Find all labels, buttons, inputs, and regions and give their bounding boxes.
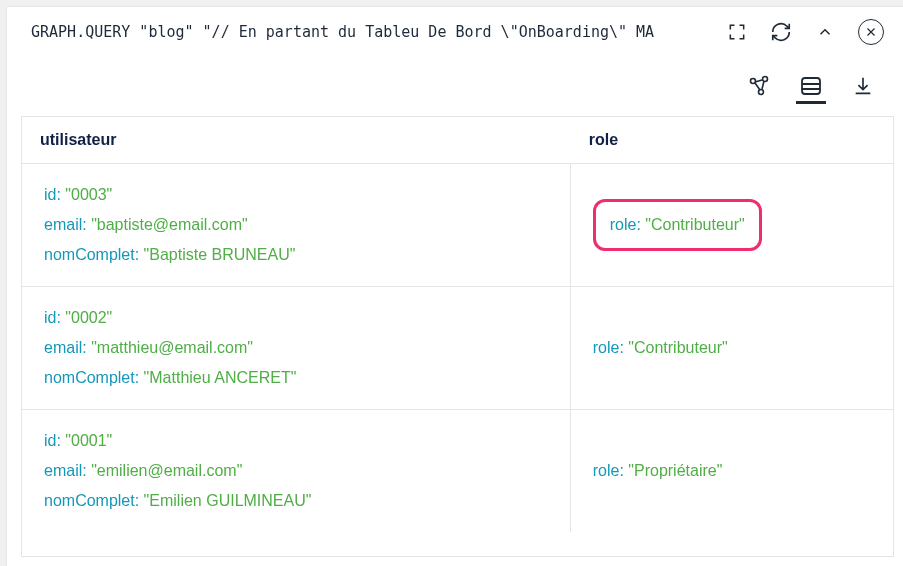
svg-point-1 bbox=[763, 76, 768, 81]
kv-nomComplet: nomComplet: "Matthieu ANCERET" bbox=[44, 363, 548, 393]
value-text: "Emilien GUILMINEAU" bbox=[144, 492, 312, 509]
kv-id: id: "0001" bbox=[44, 426, 548, 456]
key-label: nomComplet bbox=[44, 369, 135, 386]
cell-user: id: "0002"email: "matthieu@email.com"nom… bbox=[22, 287, 571, 409]
collapse-icon[interactable] bbox=[814, 21, 836, 43]
kv-id: id: "0003" bbox=[44, 180, 548, 210]
key-label: role bbox=[610, 216, 637, 233]
cell-role: role: "Propriétaire" bbox=[571, 410, 893, 532]
kv-nomComplet: nomComplet: "Emilien GUILMINEAU" bbox=[44, 486, 548, 516]
value-text: "emilien@email.com" bbox=[91, 462, 242, 479]
key-label: nomComplet bbox=[44, 246, 135, 263]
key-label: id bbox=[44, 432, 56, 449]
highlight-box: role: "Contributeur" bbox=[593, 199, 762, 251]
key-label: role bbox=[593, 462, 620, 479]
query-text: GRAPH.QUERY "blog" "// En partant du Tab… bbox=[31, 23, 706, 41]
value-text: "Contributeur" bbox=[628, 339, 727, 356]
value-text: "matthieu@email.com" bbox=[91, 339, 253, 356]
value-text: "0002" bbox=[65, 309, 112, 326]
key-label: nomComplet bbox=[44, 492, 135, 509]
column-header-role: role bbox=[571, 117, 893, 163]
kv-role: role: "Contributeur" bbox=[610, 210, 745, 240]
results-panel: GRAPH.QUERY "blog" "// En partant du Tab… bbox=[6, 6, 903, 566]
kv-nomComplet: nomComplet: "Baptiste BRUNEAU" bbox=[44, 240, 548, 270]
svg-rect-3 bbox=[802, 78, 820, 94]
table-view-icon[interactable] bbox=[796, 74, 826, 104]
download-icon[interactable] bbox=[848, 74, 878, 104]
fullscreen-icon[interactable] bbox=[726, 21, 748, 43]
kv-role: role: "Contributeur" bbox=[593, 333, 728, 363]
key-label: email bbox=[44, 339, 82, 356]
value-text: "Matthieu ANCERET" bbox=[144, 369, 297, 386]
cell-role: role: "Contributeur" bbox=[571, 164, 893, 286]
query-bar: GRAPH.QUERY "blog" "// En partant du Tab… bbox=[7, 7, 903, 58]
table-row: id: "0003"email: "baptiste@email.com"nom… bbox=[22, 164, 893, 287]
results-table: utilisateur role id: "0003"email: "bapti… bbox=[21, 116, 894, 557]
value-text: "Contributeur" bbox=[645, 216, 744, 233]
view-switcher bbox=[7, 58, 903, 116]
kv-role: role: "Propriétaire" bbox=[593, 456, 723, 486]
cell-user: id: "0001"email: "emilien@email.com"nomC… bbox=[22, 410, 571, 532]
table-row: id: "0001"email: "emilien@email.com"nomC… bbox=[22, 410, 893, 532]
value-text: "0001" bbox=[65, 432, 112, 449]
column-header-user: utilisateur bbox=[22, 117, 571, 163]
value-text: "0003" bbox=[65, 186, 112, 203]
refresh-icon[interactable] bbox=[770, 21, 792, 43]
kv-email: email: "matthieu@email.com" bbox=[44, 333, 548, 363]
key-label: email bbox=[44, 462, 82, 479]
graph-view-icon[interactable] bbox=[744, 74, 774, 104]
table-header: utilisateur role bbox=[22, 117, 893, 164]
value-text: "Propriétaire" bbox=[628, 462, 722, 479]
svg-point-0 bbox=[751, 78, 756, 83]
key-label: id bbox=[44, 186, 56, 203]
key-label: id bbox=[44, 309, 56, 326]
query-bar-actions bbox=[726, 19, 884, 45]
key-label: role bbox=[593, 339, 620, 356]
kv-id: id: "0002" bbox=[44, 303, 548, 333]
kv-email: email: "baptiste@email.com" bbox=[44, 210, 548, 240]
value-text: "Baptiste BRUNEAU" bbox=[144, 246, 296, 263]
close-icon[interactable] bbox=[858, 19, 884, 45]
cell-role: role: "Contributeur" bbox=[571, 287, 893, 409]
cell-user: id: "0003"email: "baptiste@email.com"nom… bbox=[22, 164, 571, 286]
table-row: id: "0002"email: "matthieu@email.com"nom… bbox=[22, 287, 893, 410]
kv-email: email: "emilien@email.com" bbox=[44, 456, 548, 486]
value-text: "baptiste@email.com" bbox=[91, 216, 248, 233]
key-label: email bbox=[44, 216, 82, 233]
